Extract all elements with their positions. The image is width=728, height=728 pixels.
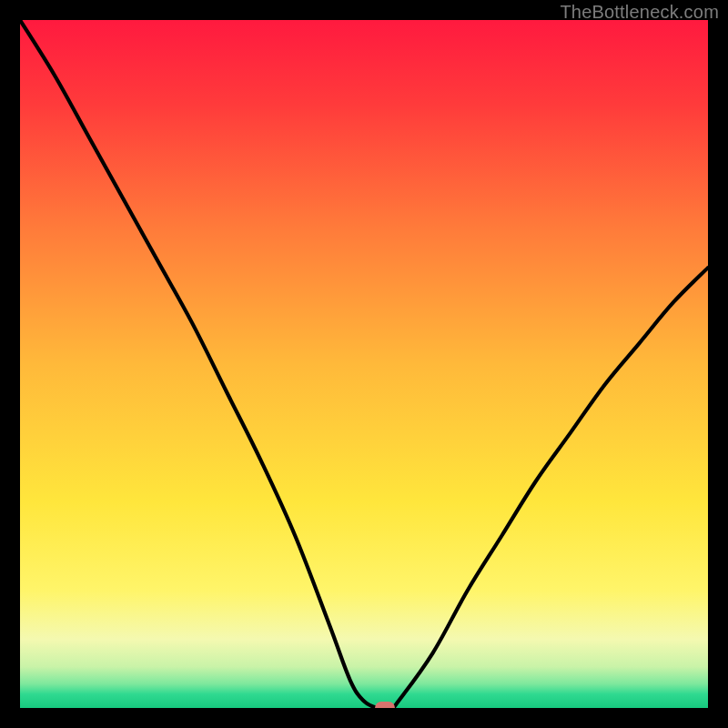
bottleneck-curve — [20, 20, 708, 708]
bottleneck-marker — [375, 702, 395, 708]
plot-area — [20, 20, 708, 708]
chart-stage: TheBottleneck.com — [0, 0, 728, 728]
